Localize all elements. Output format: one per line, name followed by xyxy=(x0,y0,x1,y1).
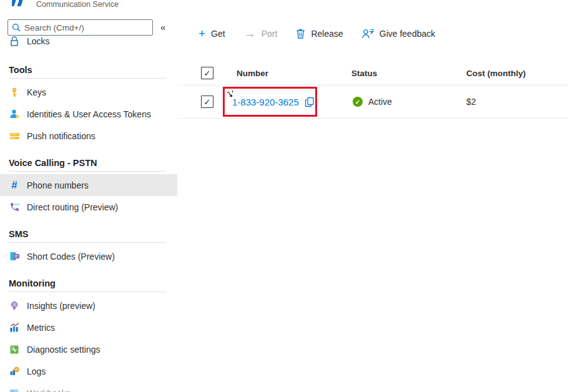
section-title-sms: SMS xyxy=(9,229,165,243)
command-bar: + Get → Port Release xyxy=(198,25,435,42)
sidebar-item-label: Short Codes (Preview) xyxy=(27,252,115,262)
column-header-status[interactable]: Status xyxy=(350,69,465,78)
sidebar-item-short-codes[interactable]: Short Codes (Preview) xyxy=(0,245,177,267)
service-header: Communication Service xyxy=(0,0,177,12)
row-checkbox[interactable]: ✓ xyxy=(201,96,213,108)
communication-service-logo-icon xyxy=(12,0,26,6)
sidebar-item-metrics[interactable]: Metrics xyxy=(0,316,177,338)
select-all-checkbox[interactable]: ✓ xyxy=(201,67,213,79)
main-content: + Get → Port Release xyxy=(177,0,568,392)
status-active-icon: ✓ xyxy=(353,97,363,107)
key-icon xyxy=(9,87,20,98)
get-button[interactable]: + Get xyxy=(198,28,225,39)
sidebar: Communication Service « Locks xyxy=(0,0,177,392)
give-feedback-button[interactable]: Give feedback xyxy=(362,29,436,39)
identities-icon xyxy=(9,109,20,120)
sidebar-item-direct-routing[interactable]: Direct routing (Preview) xyxy=(0,196,177,218)
column-header-cost[interactable]: Cost (monthly) xyxy=(465,69,568,78)
sidebar-item-keys[interactable]: Keys xyxy=(0,81,177,103)
sidebar-search[interactable] xyxy=(7,19,153,36)
copy-icon[interactable] xyxy=(305,97,315,107)
sidebar-item-locks[interactable]: Locks xyxy=(0,36,177,49)
trash-icon xyxy=(296,29,305,39)
port-button[interactable]: → Port xyxy=(244,28,278,39)
annotation-box: 1-833-920-3625 xyxy=(223,87,317,117)
sidebar-item-label: Identities & User Access Tokens xyxy=(27,109,151,119)
plus-icon: + xyxy=(198,28,205,39)
workbooks-icon xyxy=(9,388,20,392)
port-button-label: Port xyxy=(262,29,278,39)
sidebar-item-identities[interactable]: Identities & User Access Tokens xyxy=(0,103,177,125)
search-input[interactable] xyxy=(24,23,149,32)
service-subtitle: Communication Service xyxy=(36,0,119,9)
section-title-voice-calling: Voice Calling - PSTN xyxy=(9,158,165,172)
direct-routing-icon xyxy=(9,202,20,213)
sidebar-item-label: Logs xyxy=(27,366,46,376)
click-indicator-icon xyxy=(227,90,235,101)
sidebar-item-label: Phone numbers xyxy=(27,180,89,190)
sidebar-item-label: Workbooks xyxy=(27,388,71,392)
release-button[interactable]: Release xyxy=(296,29,343,39)
short-codes-icon xyxy=(9,251,20,262)
sidebar-item-label: Diagnostic settings xyxy=(27,345,100,355)
release-button-label: Release xyxy=(311,29,343,39)
insights-icon xyxy=(9,300,20,311)
get-button-label: Get xyxy=(211,29,225,39)
sidebar-item-diagnostic-settings[interactable]: Diagnostic settings xyxy=(0,338,177,360)
section-title-monitoring: Monitoring xyxy=(9,278,165,292)
phone-number-link[interactable]: 1-833-920-3625 xyxy=(232,97,299,107)
sidebar-item-label: Direct routing (Preview) xyxy=(27,202,118,212)
search-icon xyxy=(12,23,21,32)
sidebar-item-insights[interactable]: Insights (preview) xyxy=(0,295,177,316)
give-feedback-label: Give feedback xyxy=(379,29,436,39)
diagnostic-settings-icon xyxy=(9,344,20,355)
sidebar-item-push-notifications[interactable]: Push notifications xyxy=(0,125,177,147)
sidebar-item-label: Keys xyxy=(27,87,46,97)
lock-icon xyxy=(9,36,20,47)
sidebar-item-logs[interactable]: Logs xyxy=(0,360,177,382)
sidebar-item-label: Metrics xyxy=(27,323,55,333)
logs-icon xyxy=(9,366,20,377)
column-header-number[interactable]: Number xyxy=(223,69,350,78)
arrow-right-icon: → xyxy=(244,28,256,39)
hash-icon: # xyxy=(9,180,20,191)
table-row: ✓ 1-833-920-3625 xyxy=(177,86,568,119)
cost-value: $2 xyxy=(466,97,476,107)
sidebar-item-label: Locks xyxy=(27,36,50,46)
sidebar-item-label: Insights (preview) xyxy=(27,301,95,311)
feedback-person-icon xyxy=(362,29,374,39)
sidebar-item-label: Push notifications xyxy=(27,131,95,141)
status-text: Active xyxy=(368,97,392,107)
push-notifications-icon xyxy=(9,130,20,142)
sidebar-nav: Locks Tools Keys xyxy=(0,36,177,392)
checkmark-icon: ✓ xyxy=(204,69,211,78)
checkmark-icon: ✓ xyxy=(204,97,211,107)
section-title-tools: Tools xyxy=(9,65,165,79)
metrics-icon xyxy=(9,322,20,333)
collapse-sidebar-button[interactable]: « xyxy=(160,22,165,33)
sidebar-item-workbooks[interactable]: Workbooks xyxy=(0,382,177,392)
sidebar-item-phone-numbers[interactable]: # Phone numbers xyxy=(0,174,177,196)
table-header-row: ✓ Number Status Cost (monthly) xyxy=(177,61,568,86)
